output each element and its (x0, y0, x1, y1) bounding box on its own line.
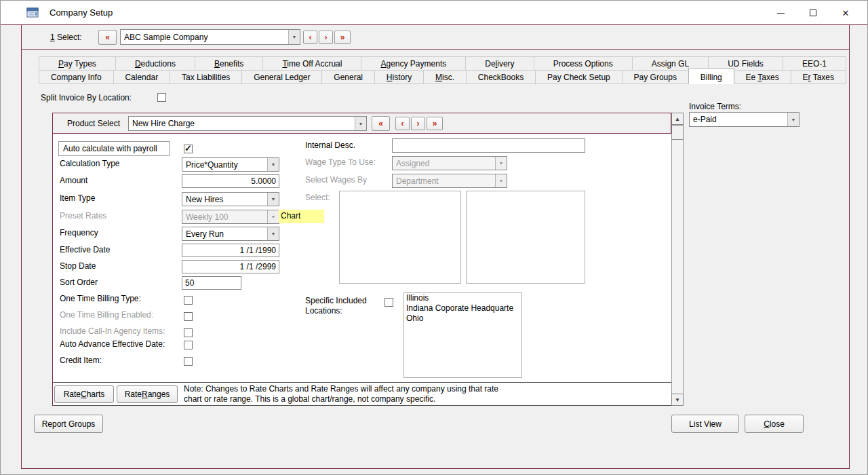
calculation-type-value: Price*Quantity (182, 160, 267, 170)
stop-date-label: Stop Date (60, 261, 96, 271)
internal-desc-input[interactable] (392, 138, 585, 153)
tab-pay-groups[interactable]: Pay Groups (622, 70, 689, 84)
record-last-button[interactable]: » (334, 31, 351, 44)
scroll-up-button[interactable]: ▲ (671, 113, 684, 125)
include-call-in-label: Include Call-In Agency Items: (60, 326, 165, 336)
tab-tax-liabilities[interactable]: Tax Liabilities (170, 70, 242, 84)
specific-locations-label: Specific Included Locations: (305, 296, 381, 316)
auto-calc-checkbox[interactable] (184, 145, 193, 153)
close-icon: ✕ (842, 8, 850, 18)
close-button[interactable]: Close (745, 415, 804, 433)
select-wages-by-label: Select Wages By (305, 175, 367, 185)
wage-type-value: Assigned (393, 159, 495, 168)
frequency-label: Frequency (60, 228, 98, 238)
select-wages-by-select: Department ▼ (392, 174, 507, 188)
credit-item-label: Credit Item: (60, 356, 102, 365)
list-view-button[interactable]: List View (671, 415, 739, 433)
auto-advance-label: Auto Advance Effective Date: (60, 339, 165, 349)
split-invoice-checkbox[interactable] (157, 93, 166, 102)
select-wages-by-value: Department (393, 176, 495, 186)
window-minimize-button[interactable] (764, 1, 797, 25)
product-last-button[interactable]: » (427, 117, 443, 130)
item-type-value: New Hires (182, 195, 267, 204)
preset-rates-value: Weekly 100 (182, 212, 267, 222)
product-select[interactable]: New Hire Charge ▼ (128, 116, 367, 131)
tab-benefits[interactable]: Benefits (195, 56, 263, 71)
scrollbar[interactable]: ▲ ▼ (671, 113, 684, 406)
billing-fields-panel: Auto calculate with payroll Calculation … (52, 134, 671, 382)
sort-order-label: Sort Order (60, 278, 98, 287)
tab-strip-row-2: Company InfoCalendarTax LiabilitiesGener… (39, 70, 846, 84)
tab-calendar[interactable]: Calendar (113, 70, 171, 84)
tab-pay-check-setup[interactable]: Pay Check Setup (535, 70, 623, 84)
tab-pay-types[interactable]: Pay Types (39, 56, 116, 71)
preset-rates-label: Preset Rates (60, 211, 106, 221)
company-select-value: ABC Sample Company (121, 33, 288, 42)
tab-strip: Pay TypesDeductionsBenefitsTime Off Accr… (39, 56, 846, 84)
include-call-in-checkbox (184, 328, 193, 337)
sort-order-input[interactable] (182, 276, 241, 290)
product-first-button[interactable]: « (372, 116, 390, 131)
tab-misc[interactable]: Misc. (423, 70, 467, 84)
chevron-down-icon: ▼ (495, 157, 507, 170)
frequency-value: Every Run (182, 229, 267, 239)
rate-charts-button[interactable]: Rate Charts (54, 385, 114, 403)
window-maximize-button[interactable] (797, 1, 829, 25)
maximize-icon (810, 10, 816, 16)
stop-date-input[interactable] (182, 260, 279, 273)
tab-process-options[interactable]: Process Options (534, 56, 633, 71)
tab-eeo-1[interactable]: EEO-1 (783, 56, 846, 71)
location-item[interactable]: Indiana Coporate Headquarte (404, 303, 521, 314)
invoice-terms-value: e-Paid (690, 115, 787, 124)
tab-deductions[interactable]: Deductions (115, 56, 195, 71)
scrollbar-thumb[interactable] (671, 125, 684, 140)
wage-type-select: Assigned ▼ (392, 156, 507, 170)
company-select[interactable]: ABC Sample Company ▼ (120, 29, 300, 45)
product-next-button[interactable]: › (411, 117, 425, 130)
tab-billing[interactable]: Billing (688, 68, 734, 84)
record-first-button[interactable]: « (98, 30, 117, 45)
product-select-label: Product Select (67, 119, 120, 128)
tab-general-ledger[interactable]: General Ledger (241, 70, 322, 84)
tab-checkbooks[interactable]: CheckBooks (466, 70, 536, 84)
product-select-bar: Product Select New Hire Charge ▼ « ‹ › » (52, 113, 671, 134)
item-type-select[interactable]: New Hires ▼ (182, 192, 279, 206)
frequency-select[interactable]: Every Run ▼ (182, 227, 279, 241)
record-prev-button[interactable]: ‹ (303, 31, 317, 44)
record-next-button[interactable]: › (319, 31, 333, 44)
select-wages-list-right[interactable] (466, 191, 585, 284)
location-item[interactable]: Illinois (404, 293, 521, 303)
auto-advance-checkbox[interactable] (184, 341, 193, 349)
tab-company-info[interactable]: Company Info (39, 70, 114, 84)
rate-note-text: Note: Changes to Rate Charts and Rate Ra… (184, 384, 517, 404)
app-icon (26, 7, 39, 19)
chevron-down-icon: ▼ (267, 210, 279, 223)
window-close-button[interactable]: ✕ (829, 1, 862, 25)
rate-ranges-button[interactable]: Rate Ranges (117, 385, 178, 403)
one-time-billing-type-checkbox[interactable] (184, 296, 193, 305)
invoice-terms-select[interactable]: e-Paid ▼ (689, 112, 800, 127)
calculation-type-select[interactable]: Price*Quantity ▼ (182, 157, 279, 172)
tab-history[interactable]: History (374, 70, 424, 84)
tab-er-taxes[interactable]: Er Taxes (791, 70, 846, 84)
locations-listbox[interactable]: IllinoisIndiana Coporate HeadquarteOhio (403, 292, 522, 378)
scroll-down-button[interactable]: ▼ (671, 394, 684, 406)
tab-time-off-accrual[interactable]: Time Off Accrual (262, 56, 361, 71)
product-select-value: New Hire Charge (129, 119, 355, 128)
tab-agency-payments[interactable]: Agency Payments (361, 56, 466, 71)
select-wages-list-left[interactable] (339, 191, 461, 284)
location-item[interactable]: Ohio (404, 314, 521, 324)
credit-item-checkbox[interactable] (184, 357, 193, 366)
amount-input[interactable] (182, 174, 279, 188)
product-prev-button[interactable]: ‹ (395, 117, 410, 130)
minimize-icon (777, 13, 785, 14)
item-type-label: Item Type (60, 193, 95, 203)
specific-locations-checkbox[interactable] (384, 298, 393, 307)
tab-general[interactable]: General (321, 70, 375, 84)
effective-date-input[interactable] (182, 244, 279, 257)
tab-delivery[interactable]: Delivery (465, 56, 534, 71)
invoice-terms-label: Invoice Terms: (689, 102, 741, 111)
report-groups-button[interactable]: Report Groups (34, 415, 103, 433)
tab-ee-taxes[interactable]: Ee Taxes (734, 70, 791, 84)
chevron-down-icon: ▼ (267, 158, 279, 171)
